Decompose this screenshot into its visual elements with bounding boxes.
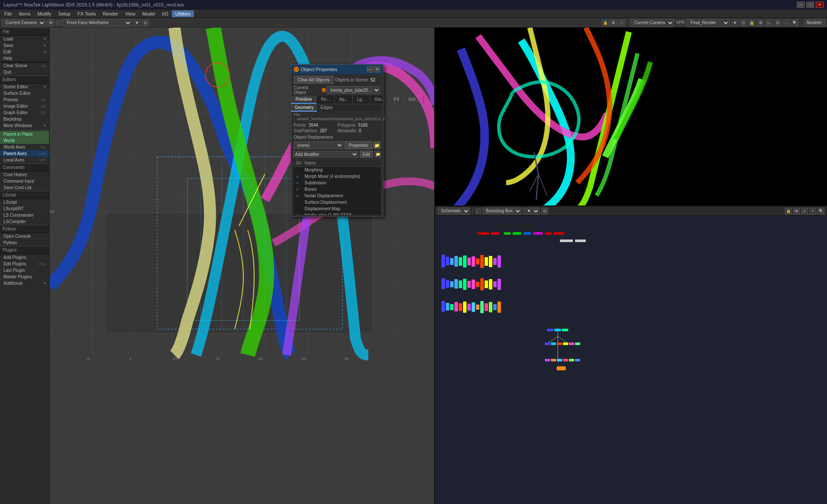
inner-tab-edges[interactable]: Edges [317, 104, 336, 112]
tb-icon1[interactable]: ⚙ [47, 19, 54, 26]
tb-icon3[interactable]: ⊡ [142, 19, 149, 26]
tb-icon9[interactable]: ⊡ [774, 19, 781, 26]
menu-modify[interactable]: Modify [34, 10, 55, 17]
minimize-button[interactable]: — [797, 2, 805, 8]
clear-all-objects-button[interactable]: Clear All Objects [294, 76, 333, 84]
schematic-expand-icon[interactable]: ⤢ [801, 208, 808, 215]
menu-io[interactable]: I/O [159, 10, 172, 17]
dialog-close-btn[interactable]: ✕ [374, 66, 380, 72]
sidebar-presets[interactable]: PresetsF8 [0, 96, 49, 103]
sidebar-save[interactable]: Save▾ [0, 42, 49, 49]
modeler-button[interactable]: Modeler [804, 19, 825, 27]
tab-inst[interactable]: Inst... [404, 96, 423, 104]
sidebar-ls-compiler[interactable]: LSCompiler [0, 218, 49, 225]
sidebar-open-console[interactable]: Open Console [0, 233, 49, 240]
sidebar-add-plugins[interactable]: Add Plugins [0, 254, 49, 261]
camera-select-right[interactable]: Current Camera [630, 19, 674, 27]
render-mode-select[interactable]: Final_Render [687, 19, 730, 27]
modifier-bones[interactable]: ✓ Bones [293, 186, 381, 193]
tb-icon7[interactable]: ⚙ [757, 19, 764, 26]
sidebar-surface-editor[interactable]: Surface Editor [0, 90, 49, 96]
lscript-section-header[interactable]: LScript [0, 191, 49, 199]
tb-checkbox[interactable] [56, 20, 61, 25]
sidebar-additional[interactable]: Additional▾ [0, 280, 49, 286]
sidebar-parent-axes[interactable]: Parent Axes+F6 [0, 150, 49, 157]
maximize-button[interactable]: □ [806, 2, 814, 8]
add-modifier-select[interactable]: Add Modifier [293, 151, 358, 158]
sidebar-scene-editor[interactable]: Scene Editor▾ [0, 84, 49, 90]
tb-icon8[interactable]: ▷ [766, 19, 773, 26]
sidebar-lscript-rt[interactable]: LScript/RT [0, 205, 49, 212]
sidebar-image-editor[interactable]: Image EditorF6 [0, 103, 49, 109]
sidebar-world[interactable]: World [0, 137, 49, 144]
sidebar-local-axes[interactable]: Local Axes+F7 [0, 157, 49, 163]
sidebar-quit[interactable]: Quit [0, 69, 49, 75]
sidebar-world-axes[interactable]: World Axes+F5 [0, 144, 49, 150]
dialog-minimize-btn[interactable]: — [367, 66, 373, 72]
tab-glo[interactable]: Glo... [370, 96, 390, 104]
schematic-settings-icon[interactable]: ⚙ [793, 208, 800, 215]
menu-model[interactable]: Model [139, 10, 159, 17]
editors-section-header[interactable]: Editors [0, 75, 49, 84]
obj-replace-select[interactable]: (none) [294, 141, 343, 149]
view-mode-select[interactable]: Front Face Wireframe [63, 19, 132, 27]
tb-icon2[interactable]: ▼ [134, 19, 140, 26]
current-object-select[interactable]: inertia_plus_tube20... [327, 86, 380, 94]
sidebar-command-input[interactable]: Command Input [0, 178, 49, 184]
schematic-lock-icon[interactable]: 🔒 [785, 208, 792, 215]
tab-re[interactable]: Re... [317, 96, 335, 104]
render-viewport[interactable] [435, 28, 827, 206]
schematic-icon1[interactable]: ⊡ [541, 208, 548, 215]
sidebar-python[interactable]: Python [0, 240, 49, 246]
modifier-morphing[interactable]: Morphing [293, 167, 381, 173]
menu-utilities[interactable]: Utilities [172, 10, 194, 17]
tb-icon4[interactable]: ▼ [731, 19, 738, 26]
sidebar-master-plugins[interactable]: Master Plugins° [0, 274, 49, 280]
tb-icon10[interactable]: ↓ [783, 19, 790, 26]
schematic-bb-checkbox[interactable] [476, 208, 481, 214]
sidebar-backdrop[interactable]: Backdrop [0, 116, 49, 122]
folder-icon[interactable]: 📁 [373, 142, 380, 149]
sidebar-edit-plugins[interactable]: Edit PluginsF11 [0, 261, 49, 267]
schematic-search-icon[interactable]: 🔍 [818, 208, 824, 215]
close-button[interactable]: ✕ [816, 2, 824, 8]
sidebar-cmd-history[interactable]: Cmd History [0, 171, 49, 178]
schematic-mode-select2[interactable]: ▼ [523, 208, 540, 215]
edit-modifier-btn[interactable]: Edit [360, 151, 373, 158]
tb-icon5[interactable]: ⊡ [740, 19, 747, 26]
camera-select[interactable]: Current Camera [2, 19, 46, 27]
tb-settings-icon[interactable]: ⚙ [610, 19, 617, 26]
menu-render[interactable]: Render [99, 10, 121, 17]
menu-fxtools[interactable]: FX Tools [74, 10, 99, 17]
file-section-header[interactable]: File [0, 28, 49, 36]
sidebar-graph-editor[interactable]: Graph EditorF2 [0, 109, 49, 116]
schematic-viewport[interactable]: Schematic Bounding Box ▼ ⊡ [435, 206, 827, 504]
tab-ap[interactable]: Ap... [335, 96, 353, 104]
tab-primitive[interactable]: Primitive [291, 96, 317, 104]
modifier-nodal-displacement[interactable]: ✓ Nodal Displacement [293, 193, 381, 199]
menu-file[interactable]: File [1, 10, 16, 17]
tb-cam-icon[interactable]: 🎥 [618, 19, 625, 26]
bounding-box-select[interactable]: Bounding Box [482, 208, 522, 215]
sidebar-last-plugin[interactable]: Last Plugin [0, 267, 49, 274]
menu-items[interactable]: Items [16, 10, 34, 17]
menu-setup[interactable]: Setup [55, 10, 74, 17]
tb-icon11[interactable]: 🔍 [792, 19, 799, 26]
sidebar-clear-scene[interactable]: Clear Scene +N [0, 62, 49, 69]
modifier-folder-icon[interactable]: 📁 [374, 151, 381, 158]
modifier-inertia-plus[interactable]: ✓ Inertia_plus (1.00) 07/18 [293, 212, 381, 215]
sidebar-load[interactable]: Load▾ [0, 36, 49, 42]
modifier-surface-displacement[interactable]: Surface Displacement [293, 199, 381, 205]
sidebar-ls-commander[interactable]: LS Commander [0, 212, 49, 218]
plugins-section-header[interactable]: Plugins [0, 246, 49, 254]
sidebar-lscript[interactable]: LScript [0, 199, 49, 205]
menu-view[interactable]: View [121, 10, 139, 17]
tb-icon6[interactable]: 🔒 [749, 19, 755, 26]
properties-button[interactable]: Properties [345, 141, 372, 149]
tab-lg[interactable]: Lg... [353, 96, 370, 104]
schematic-add-icon[interactable]: + [809, 208, 816, 215]
sidebar-parent-in-place[interactable]: Parent in Place [0, 131, 49, 137]
tab-fx[interactable]: FX [389, 96, 404, 104]
sidebar-more-windows[interactable]: More Windows▾ [0, 122, 49, 129]
sidebar-save-cmd-list[interactable]: Save Cmd List [0, 184, 49, 191]
